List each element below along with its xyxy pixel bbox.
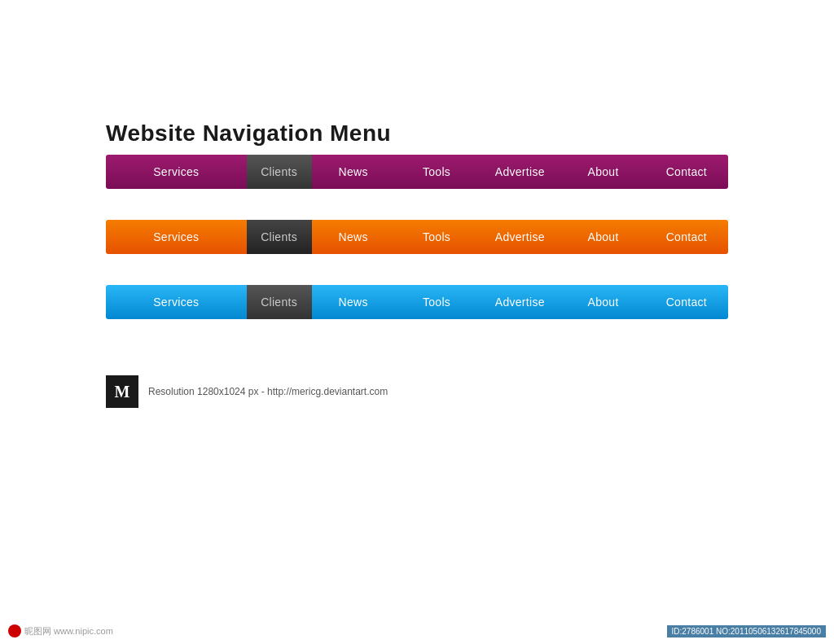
nav-blue-services[interactable]: Services <box>106 285 247 319</box>
nav-orange-services[interactable]: Services <box>106 220 247 254</box>
nav-purple-services[interactable]: Services <box>106 155 247 189</box>
nav-blue-news[interactable]: News <box>312 285 395 319</box>
nav-orange-contact[interactable]: Contact <box>645 220 728 254</box>
footer-credit: M Resolution 1280x1024 px - http://meric… <box>106 375 388 408</box>
nav-purple-about[interactable]: About <box>561 155 644 189</box>
nav-blue-tools[interactable]: Tools <box>395 285 478 319</box>
nav-purple-clients[interactable]: Clients <box>247 155 312 189</box>
nav-bar-orange: Services Clients News Tools Advertise Ab… <box>106 220 728 254</box>
nav-blue-clients[interactable]: Clients <box>247 285 312 319</box>
nav-purple-tools[interactable]: Tools <box>395 155 478 189</box>
watermark-right: ID:2786001 NO:20110506132617845000 <box>667 625 827 637</box>
nav-blue-about[interactable]: About <box>561 285 644 319</box>
nav-blue-contact[interactable]: Contact <box>645 285 728 319</box>
nav-orange-about[interactable]: About <box>561 220 644 254</box>
resolution-text: Resolution 1280x1024 px - http://mericg.… <box>148 386 388 397</box>
nav-bar-blue: Services Clients News Tools Advertise Ab… <box>106 285 728 319</box>
nav-blue-advertise[interactable]: Advertise <box>478 285 561 319</box>
watermark-left: 昵图网 www.nipic.com <box>8 624 113 637</box>
watermark-left-text: 昵图网 www.nipic.com <box>24 625 113 637</box>
nav-orange-advertise[interactable]: Advertise <box>478 220 561 254</box>
nav-purple-advertise[interactable]: Advertise <box>478 155 561 189</box>
nav-orange-clients[interactable]: Clients <box>247 220 312 254</box>
logo-m-icon: M <box>106 375 138 408</box>
nav-purple-news[interactable]: News <box>312 155 395 189</box>
nipic-icon <box>8 624 21 637</box>
nav-bar-purple: Services Clients News Tools Advertise Ab… <box>106 155 728 189</box>
nav-orange-tools[interactable]: Tools <box>395 220 478 254</box>
page-title: Website Navigation Menu <box>106 120 391 147</box>
nav-purple-contact[interactable]: Contact <box>645 155 728 189</box>
nav-orange-news[interactable]: News <box>312 220 395 254</box>
